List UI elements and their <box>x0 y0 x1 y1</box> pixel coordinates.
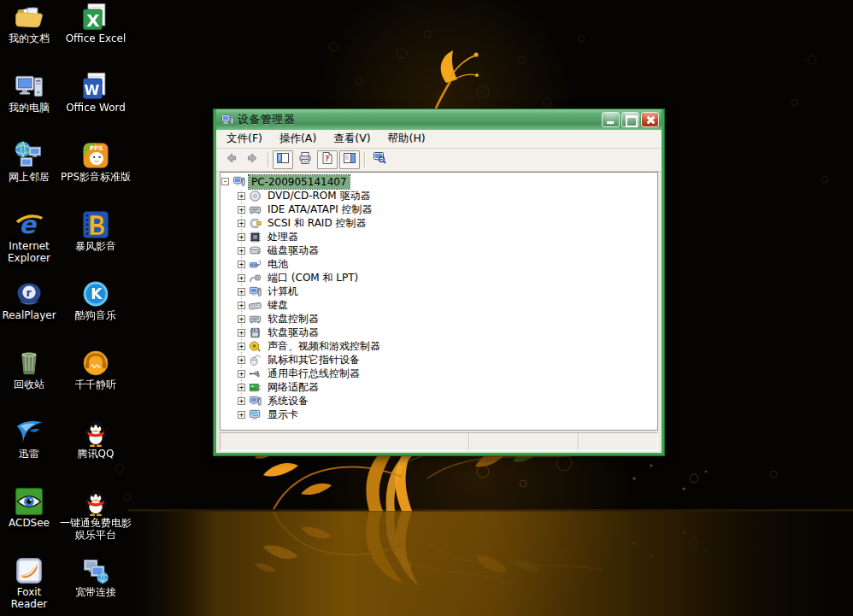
tree-expander[interactable]: + <box>238 315 245 323</box>
desktop-icon-label: 宽带连接 <box>75 586 116 598</box>
desktop-icon-label: 迅雷 <box>19 448 39 460</box>
tree-expander[interactable]: + <box>238 247 245 255</box>
desktop-icon-qq[interactable]: 腾讯QQ <box>60 417 132 486</box>
desktop-icon-label: 网上邻居 <box>9 171 50 183</box>
tree-item-icon <box>249 272 262 285</box>
thunder-icon <box>13 417 45 448</box>
show-properties-button[interactable] <box>339 150 360 169</box>
desktop-icon-acdsee[interactable]: ACDSee <box>0 486 58 555</box>
desktop-icon-label: 暴风影音 <box>75 240 116 252</box>
tree-item-icon <box>249 381 262 394</box>
menu-item-2[interactable]: 查看(V) <box>325 130 379 148</box>
tree-expander[interactable]: + <box>238 261 245 268</box>
tree-item-label: 显示卡 <box>265 407 301 423</box>
desktop-icon-pps[interactable]: PPSPPS影音标准版 <box>60 140 132 209</box>
desktop-icon-yijiantong[interactable]: 一键通免费电影娱乐平台 <box>60 486 132 555</box>
toolbar-separator <box>268 152 268 167</box>
tree-item-icon <box>249 313 262 326</box>
svg-text:r: r <box>26 286 32 299</box>
scan-hardware-button[interactable] <box>369 150 390 169</box>
close-button[interactable] <box>641 112 659 127</box>
show-console-tree-icon <box>276 151 290 168</box>
show-console-tree-button[interactable] <box>273 150 293 169</box>
network-places-icon <box>13 140 45 171</box>
svg-text:K: K <box>91 285 103 302</box>
tree-expander[interactable]: + <box>238 397 245 405</box>
tree-expander[interactable]: + <box>238 343 245 350</box>
tree-item-icon <box>249 408 262 421</box>
acdsee-icon <box>13 486 45 517</box>
broadband-icon <box>79 555 112 586</box>
baofeng-icon <box>79 209 112 240</box>
tree-expander[interactable]: + <box>238 356 245 364</box>
tree-expander[interactable]: + <box>238 233 245 241</box>
desktop-icon-foxit-reader[interactable]: Foxit Reader <box>0 555 58 616</box>
device-manager-icon <box>221 113 234 126</box>
desktop-icon-label: PPS影音标准版 <box>61 171 131 183</box>
forward-arrow-button[interactable] <box>243 150 263 169</box>
tree-expander[interactable]: + <box>238 329 245 337</box>
tree-expander[interactable]: + <box>238 370 245 378</box>
maximize-button[interactable] <box>621 112 639 127</box>
tree-item-icon <box>249 340 262 353</box>
tree-expander[interactable]: + <box>238 274 245 282</box>
menu-item-0[interactable]: 文件(F) <box>218 130 271 148</box>
desktop-icon-label: RealPlayer <box>2 309 56 321</box>
kugou-icon: K <box>79 279 112 309</box>
desktop-icon-qianqian[interactable]: 千千静听 <box>60 348 132 417</box>
tree-expander[interactable]: + <box>238 192 245 200</box>
tree-item-icon <box>249 367 262 380</box>
desktop-icon-label: 千千静听 <box>75 378 116 390</box>
desktop-icon-realplayer[interactable]: rRealPlayer <box>0 279 58 348</box>
tree-item-icon <box>249 354 262 367</box>
print-icon <box>298 151 312 168</box>
tree-expander[interactable]: - <box>221 178 229 185</box>
tree-expander[interactable]: + <box>238 384 245 391</box>
scan-hardware-icon <box>373 151 386 168</box>
tree-item-icon <box>249 217 262 230</box>
desktop-icon-kugou[interactable]: K酷狗音乐 <box>60 279 132 348</box>
desktop-icon-my-computer[interactable]: 我的电脑 <box>0 71 58 140</box>
desktop-icon-office-word[interactable]: WOffice Word <box>60 71 132 140</box>
desktop-icons-column-1: 我的文档我的电脑网上邻居eInternet ExplorerrRealPlaye… <box>0 2 58 616</box>
back-arrow-button[interactable] <box>221 150 241 169</box>
tree-root-row[interactable]: -PC-200905141407 <box>221 174 657 189</box>
desktop-icon-my-documents[interactable]: 我的文档 <box>0 2 58 71</box>
realplayer-icon: r <box>13 279 45 309</box>
show-properties-icon <box>343 151 356 168</box>
desktop-icon-recycle-bin[interactable]: 回收站 <box>0 348 58 417</box>
window-titlebar[interactable]: 设备管理器 <box>216 109 662 130</box>
tree-expander[interactable]: + <box>238 302 245 309</box>
desktop-icon-office-excel[interactable]: XOffice Excel <box>60 2 132 71</box>
device-tree: -PC-200905141407+DVD/CD-ROM 驱动器+IDE ATA/… <box>221 174 657 421</box>
menu-item-1[interactable]: 操作(A) <box>271 130 325 148</box>
desktop-icon-label: 我的文档 <box>9 32 50 44</box>
desktop-icon-label: 酷狗音乐 <box>75 309 116 321</box>
desktop-icon-network-places[interactable]: 网上邻居 <box>0 140 58 209</box>
menu-item-3[interactable]: 帮助(H) <box>379 130 434 148</box>
minimize-button[interactable] <box>602 112 620 127</box>
status-segment-1 <box>221 433 469 450</box>
office-excel-icon: X <box>79 2 112 32</box>
tree-item-label: PC-200905141407 <box>249 175 350 189</box>
tree-row-display-adapter[interactable]: +显示卡 <box>221 408 657 421</box>
tree-expander[interactable]: + <box>238 411 245 419</box>
help-doc-icon: ? <box>321 151 334 168</box>
desktop-icon-internet-explorer[interactable]: eInternet Explorer <box>0 209 58 279</box>
desktop-icon-thunder[interactable]: 迅雷 <box>0 417 58 486</box>
print-button[interactable] <box>295 150 315 169</box>
svg-text:?: ? <box>325 155 329 163</box>
desktop-icon-label: Office Excel <box>66 32 126 44</box>
tree-expander[interactable]: + <box>238 288 245 296</box>
help-doc-button[interactable]: ? <box>317 150 338 169</box>
tree-item-icon <box>249 395 262 408</box>
desktop-icon-broadband[interactable]: 宽带连接 <box>60 555 132 616</box>
desktop-icon-baofeng[interactable]: 暴风影音 <box>60 209 132 279</box>
qq-icon <box>79 417 112 448</box>
my-computer-icon <box>13 71 45 102</box>
tree-expander[interactable]: + <box>238 206 245 214</box>
tree-expander[interactable]: + <box>238 220 245 227</box>
window-title: 设备管理器 <box>238 113 600 127</box>
status-segment-2 <box>469 433 579 450</box>
desktop-icon-label: Office Word <box>66 102 126 114</box>
